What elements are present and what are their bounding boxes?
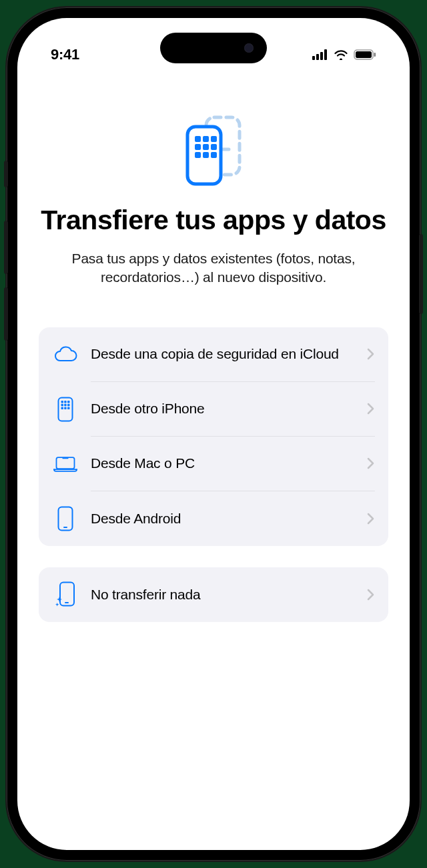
svg-rect-29	[63, 457, 69, 459]
volume-up-button	[4, 221, 8, 274]
svg-rect-0	[312, 56, 315, 60]
status-time: 9:41	[51, 46, 79, 63]
phone-sparkle-icon	[53, 581, 77, 608]
transfer-hero-icon	[170, 111, 257, 191]
chevron-right-icon	[367, 589, 375, 601]
power-button	[419, 234, 423, 314]
option-from-icloud[interactable]: Desde una copia de seguridad en iCloud	[39, 327, 388, 382]
svg-rect-11	[211, 136, 217, 142]
option-from-android[interactable]: Desde Android	[39, 491, 388, 546]
svg-rect-15	[195, 152, 201, 158]
svg-rect-31	[63, 527, 67, 528]
svg-rect-14	[211, 144, 217, 150]
svg-rect-20	[64, 401, 67, 403]
status-icons	[312, 49, 376, 60]
chevron-right-icon	[367, 513, 375, 525]
iphone-grid-icon	[53, 396, 77, 423]
mute-switch	[4, 161, 8, 187]
options-group-secondary: No transferir nada	[39, 567, 388, 622]
option-label: Desde Android	[91, 510, 181, 527]
option-from-mac-pc[interactable]: Desde Mac o PC	[39, 437, 388, 491]
svg-rect-2	[320, 52, 323, 60]
page-title: Transfiere tus apps y datos	[41, 205, 386, 236]
svg-rect-9	[195, 136, 201, 142]
chevron-right-icon	[367, 348, 375, 360]
chevron-right-icon	[367, 457, 375, 469]
phone-icon	[53, 505, 77, 532]
page-subtitle: Pasa tus apps y datos existentes (fotos,…	[39, 249, 388, 287]
device-frame: 9:41	[7, 7, 420, 861]
cellular-icon	[312, 49, 328, 60]
svg-rect-5	[356, 51, 372, 58]
svg-rect-12	[195, 144, 201, 150]
svg-rect-3	[324, 49, 327, 60]
svg-rect-1	[316, 54, 319, 60]
volume-down-button	[4, 287, 8, 341]
svg-rect-25	[61, 407, 64, 409]
svg-rect-16	[203, 152, 209, 158]
option-from-iphone[interactable]: Desde otro iPhone	[39, 382, 388, 437]
svg-rect-10	[203, 136, 209, 142]
wifi-icon	[334, 49, 348, 60]
svg-rect-24	[67, 404, 70, 407]
option-no-transfer[interactable]: No transferir nada	[39, 567, 388, 622]
svg-rect-21	[67, 401, 70, 403]
option-label: Desde Mac o PC	[91, 455, 195, 472]
svg-rect-33	[65, 602, 69, 603]
laptop-icon	[53, 451, 77, 477]
chevron-right-icon	[367, 403, 375, 415]
svg-rect-19	[61, 401, 64, 403]
option-label: Desde una copia de seguridad en iCloud	[91, 345, 339, 363]
svg-rect-23	[64, 404, 67, 407]
cloud-icon	[53, 341, 77, 368]
battery-icon	[354, 49, 376, 60]
svg-rect-28	[57, 457, 75, 469]
svg-rect-26	[64, 407, 67, 409]
option-label: No transferir nada	[91, 586, 200, 603]
svg-rect-6	[374, 53, 376, 57]
option-label: Desde otro iPhone	[91, 400, 205, 417]
svg-rect-13	[203, 144, 209, 150]
svg-rect-22	[61, 404, 64, 407]
svg-rect-17	[211, 152, 217, 158]
screen: 9:41	[17, 18, 410, 850]
options-group-primary: Desde una copia de seguridad en iCloud	[39, 327, 388, 546]
svg-rect-27	[67, 407, 70, 409]
dynamic-island	[160, 33, 267, 63]
main-content: Transfiere tus apps y datos Pasa tus app…	[17, 71, 410, 622]
